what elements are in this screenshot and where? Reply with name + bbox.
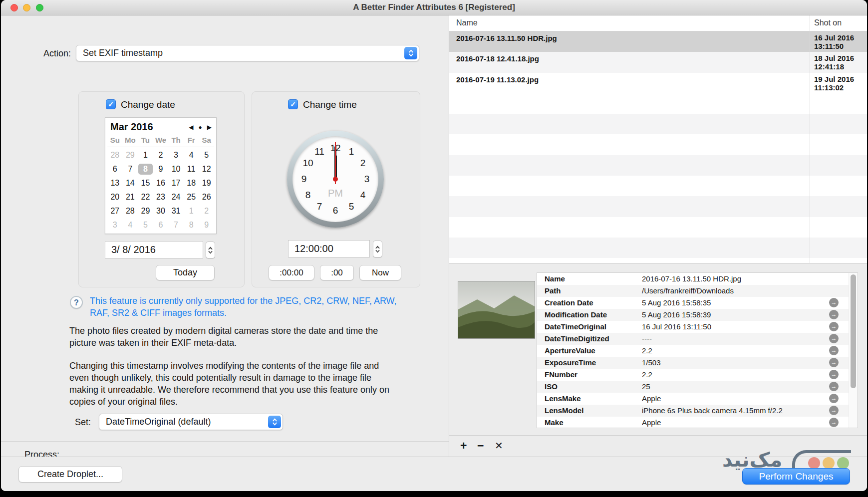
column-header-shot-on[interactable]: Shot on (814, 15, 842, 30)
property-row[interactable]: Name 2016-07-16 13.11.50 HDR.jpg → (537, 273, 858, 285)
copy-arrow-icon[interactable]: → (829, 418, 839, 427)
copy-arrow-icon[interactable]: → (829, 322, 839, 331)
remove-files-button[interactable]: − (477, 436, 484, 456)
calendar-day-cell[interactable]: 23 (153, 190, 169, 204)
calendar-day-cell[interactable]: 8 (184, 218, 199, 232)
property-row[interactable]: Path /Users/frankreiff/Downloads → (537, 285, 858, 297)
calendar-today-icon[interactable]: ● (199, 124, 202, 131)
calendar-day-cell[interactable]: 28 (123, 204, 138, 218)
calendar-day-cell[interactable]: 15 (138, 176, 153, 190)
calendar-day-cell[interactable]: 6 (107, 162, 123, 176)
table-row[interactable]: 2016-07-16 13.11.50 HDR.jpg 16 Jul 2016 … (449, 31, 867, 52)
calendar-day-cell[interactable]: 11 (184, 162, 199, 176)
property-row[interactable]: FNumber 2.2 → (537, 369, 858, 381)
today-button[interactable]: Today (156, 265, 215, 280)
time-stepper[interactable] (373, 241, 382, 257)
calendar-day-cell[interactable]: 25 (184, 190, 199, 204)
calendar-day-cell[interactable]: 31 (168, 204, 184, 218)
calendar-day-cell[interactable]: 28 (107, 148, 123, 162)
calendar-day-cell[interactable]: 20 (107, 190, 123, 204)
property-row[interactable]: ApertureValue 2.2 → (537, 345, 858, 357)
perform-changes-button[interactable]: Perform Changes (742, 468, 850, 485)
calendar-day-cell[interactable]: 2 (153, 148, 169, 162)
time-quick-button[interactable]: :00 (320, 265, 354, 280)
column-divider[interactable] (810, 15, 810, 263)
description-paragraph-1: The photo files created by modern digita… (69, 325, 378, 349)
calendar-day-cell[interactable]: 22 (138, 190, 153, 204)
calendar-day-cell[interactable]: 5 (138, 218, 153, 232)
calendar-day-cell[interactable]: 9 (199, 218, 214, 232)
property-row[interactable]: Modification Date 5 Aug 2016 15:58:39 → (537, 309, 858, 321)
column-header-name[interactable]: Name (456, 15, 478, 30)
table-row[interactable]: 2016-07-19 11.13.02.jpg 19 Jul 2016 11:1… (449, 73, 867, 93)
calendar-day-cell[interactable]: 7 (123, 162, 138, 176)
copy-arrow-icon[interactable]: → (829, 298, 839, 307)
calendar-day-cell[interactable]: 9 (153, 162, 169, 176)
property-row[interactable]: ISO 25 → (537, 381, 858, 393)
calendar-day-cell[interactable]: 2 (199, 204, 214, 218)
time-quick-button[interactable]: :00:00 (269, 265, 314, 280)
set-popup[interactable]: DateTimeOriginal (default) (99, 414, 283, 430)
property-row[interactable]: ExposureTime 1/503 → (537, 357, 858, 369)
change-time-checkbox[interactable] (288, 99, 298, 109)
calendar-day-cell[interactable]: 17 (168, 176, 184, 190)
calendar-day-cell[interactable]: 7 (168, 218, 184, 232)
copy-arrow-icon[interactable]: → (829, 406, 839, 415)
copy-arrow-icon[interactable]: → (829, 394, 839, 403)
clear-files-button[interactable]: ✕ (495, 436, 503, 456)
calendar-day-cell[interactable]: 14 (123, 176, 138, 190)
copy-arrow-icon[interactable]: → (829, 334, 839, 343)
calendar-day-cell[interactable]: 12 (199, 162, 214, 176)
analog-clock[interactable]: 12 1 2 3 4 5 6 7 (287, 131, 384, 228)
property-row[interactable]: LensMake Apple → (537, 393, 858, 405)
copy-arrow-icon[interactable]: → (829, 310, 839, 319)
property-row[interactable]: DateTimeOriginal 16 Jul 2016 13:11:50 → (537, 321, 858, 333)
help-note: This feature is currently only supported… (90, 295, 397, 319)
copy-arrow-icon[interactable]: → (829, 346, 839, 355)
calendar-prev-icon[interactable]: ◀ (189, 124, 193, 131)
calendar-day-cell[interactable]: 8 (138, 164, 153, 175)
calendar-day-cell[interactable]: 30 (153, 204, 169, 218)
calendar-day-cell[interactable]: 6 (153, 218, 169, 232)
add-files-button[interactable]: + (460, 436, 467, 456)
calendar-next-icon[interactable]: ▶ (207, 124, 212, 131)
clock-number: 8 (301, 190, 314, 200)
calendar-day-cell[interactable]: 16 (153, 176, 169, 190)
date-input[interactable]: 3/ 8/ 2016 (105, 241, 203, 258)
calendar-day-cell[interactable]: 10 (168, 162, 184, 176)
calendar-day-cell[interactable]: 5 (199, 148, 214, 162)
calendar-day-cell[interactable]: 18 (184, 176, 199, 190)
create-droplet-button[interactable]: Create Droplet... (18, 466, 122, 483)
calendar-day-cell[interactable]: 29 (138, 204, 153, 218)
property-label: DateTimeDigitized (545, 333, 609, 345)
calendar-day-cell[interactable]: 29 (123, 148, 138, 162)
calendar-day-cell[interactable]: 1 (138, 148, 153, 162)
action-popup[interactable]: Set EXIF timestamp (76, 45, 419, 61)
calendar-day-cell[interactable]: 19 (199, 176, 214, 190)
property-row[interactable]: DateTimeDigitized ---- → (537, 333, 858, 345)
calendar-day-cell[interactable]: 26 (199, 190, 214, 204)
scrollbar-thumb[interactable] (851, 274, 856, 388)
calendar-day-cell[interactable]: 27 (107, 204, 123, 218)
change-date-checkbox[interactable] (106, 99, 116, 109)
property-row[interactable]: LensModel iPhone 6s Plus back camera 4.1… (537, 405, 858, 417)
calendar-day-cell[interactable]: 4 (123, 218, 138, 232)
calendar-day-cell[interactable]: 3 (168, 148, 184, 162)
calendar-day-cell[interactable]: 1 (184, 204, 199, 218)
calendar-day-cell[interactable]: 4 (184, 148, 199, 162)
scrollbar-track[interactable] (849, 273, 858, 428)
time-input[interactable]: 12:00:00 (288, 240, 370, 257)
property-row[interactable]: Creation Date 5 Aug 2016 15:58:35 → (537, 297, 858, 309)
property-row[interactable]: Make Apple → (537, 417, 858, 428)
date-stepper[interactable] (206, 242, 215, 258)
copy-arrow-icon[interactable]: → (829, 358, 839, 367)
copy-arrow-icon[interactable]: → (829, 370, 839, 379)
time-quick-button[interactable]: Now (359, 265, 401, 280)
help-icon[interactable]: ? (70, 296, 83, 309)
calendar-day-cell[interactable]: 3 (107, 218, 123, 232)
calendar-day-cell[interactable]: 21 (123, 190, 138, 204)
calendar-day-cell[interactable]: 24 (168, 190, 184, 204)
table-row[interactable]: 2016-07-18 12.41.18.jpg 18 Jul 2016 12:4… (449, 52, 867, 72)
calendar-day-cell[interactable]: 13 (107, 176, 123, 190)
copy-arrow-icon[interactable]: → (829, 382, 839, 391)
